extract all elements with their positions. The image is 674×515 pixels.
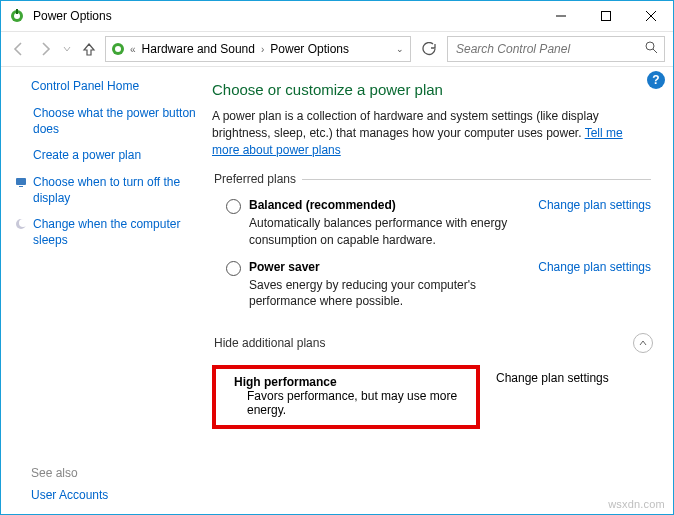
plan-name: Balanced (recommended) (249, 198, 396, 212)
svg-rect-12 (19, 186, 23, 187)
see-also-header: See also (31, 466, 198, 480)
sidebar: Control Panel Home Choose what the power… (1, 67, 206, 514)
highlight-box: High performance Favors performance, but… (212, 365, 480, 429)
recent-dropdown[interactable] (61, 39, 73, 59)
preferred-plans-group: Preferred plans Balanced (recommended) A… (212, 172, 651, 319)
back-button[interactable] (9, 39, 29, 59)
page-heading: Choose or customize a power plan (212, 81, 651, 98)
sidebar-link[interactable]: Choose what the power button does (33, 105, 198, 137)
svg-point-8 (115, 46, 121, 52)
minimize-button[interactable] (538, 2, 583, 31)
chevron-icon: › (261, 44, 264, 55)
sidebar-item[interactable]: Choose what the power button does (15, 105, 198, 137)
svg-point-14 (19, 219, 27, 227)
plan-high-performance[interactable]: High performance Favors performance, but… (212, 363, 651, 435)
plan-description: Favors performance, but may use more ene… (247, 389, 466, 417)
change-plan-settings-link[interactable]: Change plan settings (538, 198, 651, 212)
breadcrumb-item[interactable]: Hardware and Sound (140, 42, 257, 56)
window-title: Power Options (33, 9, 112, 23)
plan-balanced[interactable]: Balanced (recommended) Automatically bal… (212, 196, 651, 257)
svg-rect-11 (16, 178, 26, 185)
address-dropdown[interactable]: ⌄ (394, 44, 406, 54)
additional-plans-group: Hide additional plans High performance F… (212, 333, 651, 435)
power-icon (110, 41, 126, 57)
sidebar-item[interactable]: Choose when to turn off the display (15, 174, 198, 206)
sidebar-item[interactable]: Change when the computer sleeps (15, 216, 198, 248)
monitor-icon (15, 176, 27, 188)
bullet-icon (15, 107, 27, 119)
window: Power Options « Hardware and Sound › Pow… (0, 0, 674, 515)
search-icon[interactable] (645, 41, 658, 57)
sidebar-link[interactable]: Create a power plan (33, 147, 141, 163)
svg-rect-2 (16, 9, 18, 14)
maximize-button[interactable] (583, 2, 628, 31)
page-description: A power plan is a collection of hardware… (212, 108, 651, 158)
bullet-icon (15, 149, 27, 161)
search-input[interactable] (454, 41, 645, 57)
chevron-icon: « (130, 44, 136, 55)
see-also-section: See also User Accounts (31, 466, 198, 502)
sidebar-link[interactable]: Change when the computer sleeps (33, 216, 198, 248)
moon-icon (15, 218, 27, 230)
address-bar[interactable]: « Hardware and Sound › Power Options ⌄ (105, 36, 411, 62)
app-icon (9, 8, 25, 24)
refresh-button[interactable] (417, 37, 441, 61)
radio-button[interactable] (226, 261, 241, 276)
plan-power-saver[interactable]: Power saver Saves energy by reducing you… (212, 258, 651, 319)
additional-plans-legend[interactable]: Hide additional plans (212, 333, 659, 353)
change-plan-settings-link[interactable]: Change plan settings (538, 260, 651, 274)
radio-button[interactable] (226, 199, 241, 214)
forward-button[interactable] (35, 39, 55, 59)
close-button[interactable] (628, 2, 673, 31)
plan-description: Automatically balances performance with … (249, 215, 530, 247)
preferred-plans-legend: Preferred plans (212, 172, 302, 186)
sidebar-item[interactable]: Create a power plan (15, 147, 198, 163)
content-area: ? Control Panel Home Choose what the pow… (1, 67, 673, 514)
breadcrumb-item[interactable]: Power Options (268, 42, 351, 56)
search-box[interactable] (447, 36, 665, 62)
see-also-link[interactable]: User Accounts (31, 488, 108, 502)
title-bar: Power Options (1, 1, 673, 32)
nav-bar: « Hardware and Sound › Power Options ⌄ (1, 32, 673, 67)
plan-name: Power saver (249, 260, 320, 274)
svg-rect-4 (601, 12, 610, 21)
change-plan-settings-link[interactable]: Change plan settings (496, 371, 609, 385)
plan-name: High performance (234, 375, 337, 389)
plan-description: Saves energy by reducing your computer's… (249, 277, 530, 309)
sidebar-link[interactable]: Choose when to turn off the display (33, 174, 198, 206)
control-panel-home-link[interactable]: Control Panel Home (31, 79, 198, 93)
watermark: wsxdn.com (608, 498, 665, 510)
collapse-icon[interactable] (633, 333, 653, 353)
svg-point-9 (646, 42, 654, 50)
main-panel: Choose or customize a power plan A power… (206, 67, 673, 514)
up-button[interactable] (79, 39, 99, 59)
svg-line-10 (653, 49, 657, 53)
